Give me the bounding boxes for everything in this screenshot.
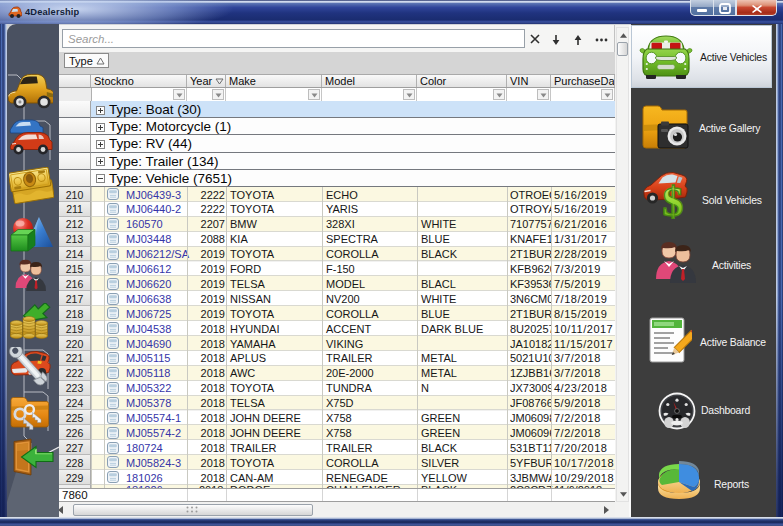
svg-text:$: $: [663, 179, 684, 219]
